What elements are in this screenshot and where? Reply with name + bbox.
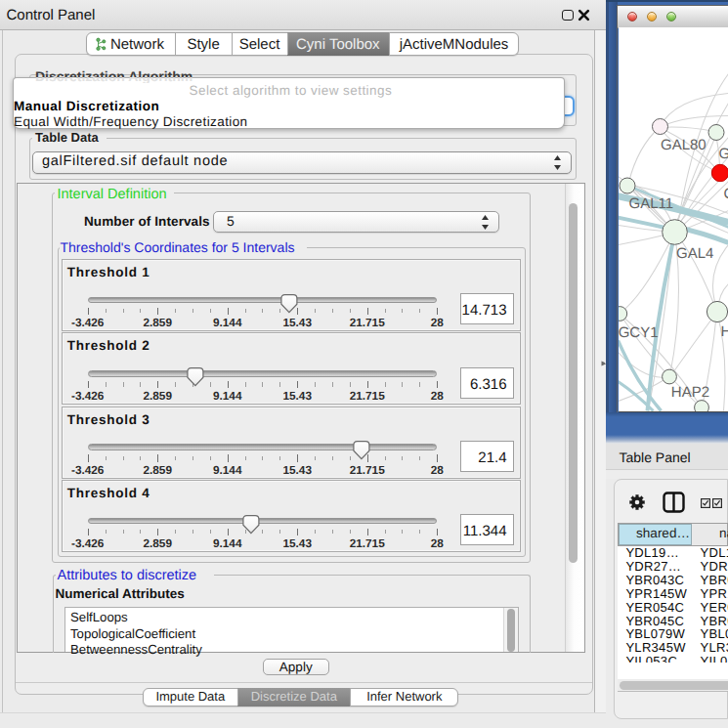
svg-text:GA: GA xyxy=(718,146,728,162)
svg-text:H: H xyxy=(720,322,728,339)
svg-text:C: C xyxy=(723,186,728,202)
svg-text:GAL4: GAL4 xyxy=(676,244,713,261)
svg-text:HAP2: HAP2 xyxy=(670,384,708,401)
svg-text:GAL11: GAL11 xyxy=(628,195,673,212)
svg-text:GCY1: GCY1 xyxy=(619,324,659,341)
svg-text:GAL80: GAL80 xyxy=(661,137,707,153)
